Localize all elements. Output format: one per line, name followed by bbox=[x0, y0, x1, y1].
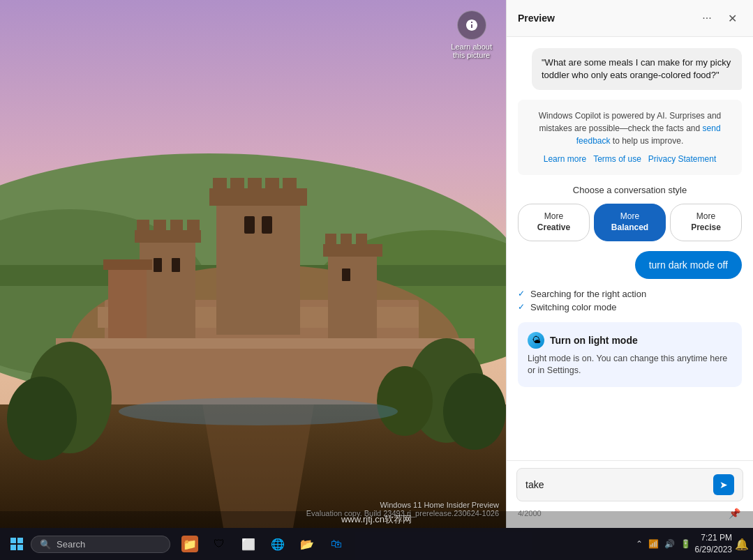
disclaimer-text: Windows Copilot is powered by AI. Surpri… bbox=[528, 109, 732, 147]
user-question-bubble: "What are some meals I can make for my p… bbox=[532, 48, 742, 90]
svg-rect-30 bbox=[154, 258, 162, 272]
picture-info-icon bbox=[457, 10, 486, 40]
store-icon: 🛍 bbox=[328, 536, 345, 552]
svg-rect-17 bbox=[137, 220, 149, 232]
svg-rect-44 bbox=[17, 538, 23, 543]
taskbar-app-taskview[interactable]: ⬜ bbox=[234, 530, 262, 558]
mic-button[interactable]: 📌 bbox=[726, 506, 742, 521]
status-item-1: ✓ Searching for the right action bbox=[518, 289, 742, 299]
security-icon: 🛡 bbox=[211, 536, 228, 552]
svg-point-40 bbox=[443, 373, 506, 450]
panel-close-button[interactable]: ✕ bbox=[722, 8, 742, 28]
conversation-style-label: Choose a conversation style bbox=[573, 185, 687, 195]
start-button[interactable] bbox=[6, 533, 28, 555]
style-creative-button[interactable]: More Creative bbox=[518, 204, 590, 241]
light-mode-desc: Light mode is on. You can change this an… bbox=[528, 353, 732, 377]
svg-rect-13 bbox=[265, 178, 279, 192]
svg-rect-28 bbox=[244, 216, 255, 234]
svg-rect-45 bbox=[10, 545, 16, 550]
svg-rect-12 bbox=[248, 178, 262, 192]
system-icons: ⌃ 📶 🔊 🔋 bbox=[636, 539, 691, 549]
battery-icon[interactable]: 🔋 bbox=[680, 539, 691, 549]
svg-rect-8 bbox=[216, 195, 300, 335]
taskbar: 🔍 Search 📁 🛡 ⬜ 🌐 📂 🛍 ⌃ 📶 🔊 🔋 bbox=[0, 528, 753, 560]
svg-rect-43 bbox=[10, 538, 16, 543]
light-mode-icon: 🌤 bbox=[528, 332, 544, 349]
notification-button[interactable]: 🔔 bbox=[736, 538, 747, 550]
svg-rect-23 bbox=[325, 234, 336, 245]
send-icon: ➤ bbox=[720, 479, 728, 490]
status-text-1: Searching for the right action bbox=[530, 289, 646, 299]
svg-rect-34 bbox=[56, 338, 475, 349]
svg-rect-24 bbox=[341, 234, 352, 245]
status-items: ✓ Searching for the right action ✓ Switc… bbox=[518, 289, 742, 312]
picture-info-button[interactable]: Learn about this picture bbox=[451, 10, 492, 59]
chevron-up-icon[interactable]: ⌃ bbox=[636, 539, 643, 549]
disclaimer-links: Learn more Terms of use Privacy Statemen… bbox=[528, 153, 732, 165]
copilot-panel: Preview ··· ✕ "What are some meals I can… bbox=[506, 0, 753, 528]
status-item-2: ✓ Switching color mode bbox=[518, 302, 742, 312]
desktop-wallpaper: Learn about this picture Windows 11 Home… bbox=[0, 0, 506, 528]
taskbar-app-explorer[interactable]: 📂 bbox=[293, 530, 321, 558]
taskbar-app-security[interactable]: 🛡 bbox=[205, 530, 233, 558]
taskbar-app-store[interactable]: 🛍 bbox=[322, 530, 350, 558]
svg-rect-32 bbox=[342, 268, 350, 281]
desktop-watermark: Windows 11 Home Insider Preview Evaluati… bbox=[306, 501, 499, 517]
volume-icon[interactable]: 🔊 bbox=[664, 539, 675, 549]
taskbar-app-edge[interactable]: 🌐 bbox=[264, 530, 292, 558]
svg-rect-15 bbox=[140, 237, 195, 349]
taskbar-date: 6/29/2023 bbox=[695, 544, 732, 556]
chat-input[interactable] bbox=[525, 479, 708, 490]
learn-more-link[interactable]: Learn more bbox=[544, 153, 586, 165]
svg-rect-19 bbox=[170, 220, 183, 232]
send-button[interactable]: ➤ bbox=[713, 474, 734, 495]
style-precise-button[interactable]: More Precise bbox=[670, 204, 742, 241]
panel-header-actions: ··· ✕ bbox=[697, 8, 742, 28]
svg-rect-25 bbox=[356, 234, 367, 245]
network-icon[interactable]: 📶 bbox=[648, 539, 659, 549]
check-icon-1: ✓ bbox=[518, 289, 525, 298]
style-buttons: More Creative More Balanced More Precise bbox=[518, 204, 742, 241]
taskbar-clock[interactable]: 7:21 PM 6/29/2023 bbox=[695, 532, 732, 556]
svg-rect-10 bbox=[213, 178, 227, 192]
panel-content: "What are some meals I can make for my p… bbox=[507, 37, 753, 460]
svg-rect-21 bbox=[328, 251, 377, 349]
terms-link[interactable]: Terms of use bbox=[593, 153, 641, 165]
pin-icon: 📌 bbox=[729, 508, 740, 519]
character-counter: 4/2000 bbox=[518, 509, 542, 517]
svg-rect-18 bbox=[154, 220, 166, 232]
taskbar-system-tray: ⌃ 📶 🔊 🔋 7:21 PM 6/29/2023 🔔 bbox=[636, 532, 747, 556]
svg-rect-46 bbox=[17, 545, 23, 550]
light-mode-card: 🌤 Turn on light mode Light mode is on. Y… bbox=[518, 322, 742, 387]
svg-rect-20 bbox=[187, 220, 200, 232]
dark-mode-toggle-button[interactable]: turn dark mode off bbox=[635, 251, 742, 279]
style-balanced-button[interactable]: More Balanced bbox=[594, 204, 666, 241]
svg-point-42 bbox=[119, 398, 398, 425]
taskbar-app-files[interactable]: 📁 bbox=[176, 530, 204, 558]
taskbar-apps: 📁 🛡 ⬜ 🌐 📂 🛍 bbox=[176, 530, 350, 558]
edge-icon: 🌐 bbox=[269, 536, 286, 552]
taskbar-search[interactable]: 🔍 Search bbox=[31, 536, 170, 553]
input-footer: 4/2000 📌 bbox=[516, 506, 743, 521]
svg-rect-29 bbox=[262, 216, 272, 234]
windows-logo-icon bbox=[10, 538, 23, 550]
panel-header: Preview ··· ✕ bbox=[507, 0, 753, 37]
privacy-link[interactable]: Privacy Statement bbox=[648, 153, 716, 165]
svg-point-38 bbox=[7, 377, 77, 460]
panel-title: Preview bbox=[518, 13, 555, 24]
picture-info-label: Learn about this picture bbox=[451, 43, 492, 59]
light-mode-card-header: 🌤 Turn on light mode bbox=[528, 332, 732, 349]
files-icon: 📁 bbox=[181, 536, 198, 552]
svg-rect-27 bbox=[103, 259, 152, 270]
panel-menu-button[interactable]: ··· bbox=[697, 8, 717, 28]
svg-rect-26 bbox=[108, 265, 147, 349]
taskview-icon: ⬜ bbox=[240, 536, 257, 552]
taskbar-time: 7:21 PM bbox=[695, 532, 732, 544]
ellipsis-icon: ··· bbox=[702, 12, 711, 24]
disclaimer-box: Windows Copilot is powered by AI. Surpri… bbox=[518, 100, 742, 175]
check-icon-2: ✓ bbox=[518, 302, 525, 312]
search-label: Search bbox=[57, 539, 85, 550]
notification-icon: 🔔 bbox=[735, 538, 749, 551]
light-mode-title: Turn on light mode bbox=[550, 335, 638, 346]
close-icon: ✕ bbox=[728, 12, 737, 25]
